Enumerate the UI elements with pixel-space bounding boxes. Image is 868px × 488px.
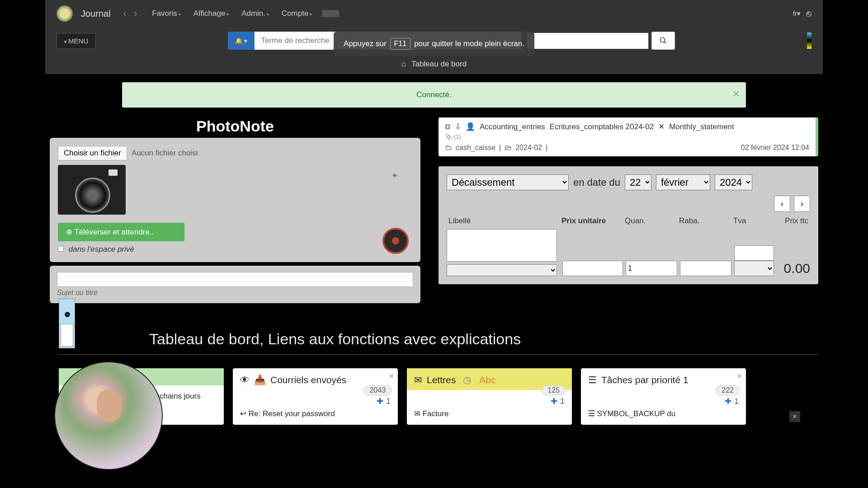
- entry-title-2: Ecritures_comptables 2024-02: [550, 122, 654, 131]
- svg-point-0: [660, 38, 665, 42]
- nav-next-icon[interactable]: ›: [130, 8, 141, 19]
- vat-input[interactable]: [734, 245, 774, 261]
- logout-icon[interactable]: ⎋: [806, 9, 811, 19]
- theme-toggle[interactable]: [322, 10, 339, 17]
- folder-open-icon: 🗁: [505, 144, 512, 152]
- lang-selector[interactable]: fr▾: [793, 9, 801, 18]
- entry-card[interactable]: ⧉ ⇩ 👤 Accounting_entries Ecritures_compt…: [439, 117, 818, 156]
- choose-file-button[interactable]: Choisir un fichier: [58, 146, 127, 160]
- search-icon: [659, 37, 667, 45]
- list-item[interactable]: SYMBOL_BACKUP du: [597, 409, 676, 418]
- card-title: Tâches par priorité 1: [601, 375, 689, 385]
- envelope-icon: ✉: [414, 409, 420, 418]
- vertical-slider[interactable]: [59, 299, 75, 348]
- count-badge: 125: [542, 385, 566, 395]
- nav-admin[interactable]: Admin.: [237, 6, 274, 21]
- vat-select[interactable]: [734, 261, 774, 276]
- private-label: dans l'espace privé: [69, 245, 134, 253]
- col-unit: Prix unitaire: [560, 215, 623, 227]
- count-badge: 222: [716, 385, 740, 395]
- connected-alert: Connecté. ×: [122, 82, 746, 108]
- photonote-title: PhotoNote: [50, 117, 420, 135]
- list-icon: ☰: [588, 375, 597, 385]
- camera-icon: [58, 165, 126, 215]
- eye-icon: 👁: [240, 375, 250, 385]
- folder-icon: 🗀: [445, 144, 452, 152]
- envelope-icon: ✉: [414, 375, 422, 385]
- plus-icon[interactable]: ✚: [551, 396, 557, 406]
- transaction-type-select[interactable]: Décaissement: [447, 174, 569, 190]
- card-courriels[interactable]: × 👁 📥 Courriels envoyés 2043 ✚1 ↩ Re: Re…: [233, 368, 398, 425]
- file-status: Aucun fichier choisi: [132, 149, 198, 157]
- user-icon: 👤: [466, 122, 475, 131]
- private-checkbox[interactable]: [58, 246, 64, 252]
- entry-period[interactable]: 2024-02: [515, 144, 542, 152]
- day-select[interactable]: 22: [625, 174, 651, 190]
- qty-input[interactable]: [626, 261, 677, 276]
- dismiss-button[interactable]: ×: [789, 411, 800, 422]
- label-input[interactable]: [447, 229, 557, 262]
- menu-button[interactable]: MENU: [57, 33, 96, 49]
- record-button[interactable]: [382, 228, 409, 254]
- count-badge: 2043: [363, 385, 392, 395]
- col-vat: Tva: [731, 215, 781, 227]
- card-lettres[interactable]: × ✉ Lettres ◷ Abc 125 ✚1 ✉ Facture: [407, 368, 572, 425]
- reply-icon: ↩: [240, 409, 246, 418]
- list-item[interactable]: Re: Reset your password: [249, 409, 335, 418]
- breadcrumb[interactable]: ⌂ Tableau de bord: [45, 54, 823, 74]
- nav-favoris[interactable]: Favoris: [147, 6, 185, 21]
- line-total: 0.00: [784, 261, 810, 276]
- cursor-icon: ⌖: [392, 171, 397, 180]
- label-select[interactable]: [447, 264, 557, 276]
- home-icon: ⌂: [401, 60, 406, 69]
- plus-icon[interactable]: ✚: [725, 396, 731, 406]
- download-icon[interactable]: ⇩: [455, 122, 461, 131]
- plus-icon[interactable]: ✚: [377, 396, 383, 406]
- card-title: Lettres: [427, 375, 456, 385]
- inbox-icon: 📥: [254, 375, 266, 385]
- copy-icon[interactable]: ⧉: [445, 122, 450, 131]
- subject-hint: Sujet ou titre: [57, 289, 413, 297]
- unit-price-input[interactable]: [562, 261, 623, 276]
- entry-folder[interactable]: cash_caisse: [456, 144, 495, 152]
- attach-icon: 📎: [445, 133, 452, 140]
- entry-date: 02 février 2024 12:04: [741, 144, 809, 152]
- nav-compte[interactable]: Compte: [277, 6, 316, 21]
- search-button[interactable]: [651, 32, 675, 50]
- tools-icon[interactable]: ✕: [658, 122, 665, 131]
- close-icon[interactable]: ×: [733, 87, 740, 101]
- discount-input[interactable]: [680, 261, 731, 276]
- nav-prev-icon[interactable]: ‹: [120, 8, 130, 19]
- svg-line-1: [665, 42, 666, 43]
- clock-icon: ◷: [463, 375, 471, 385]
- app-logo[interactable]: [57, 5, 73, 22]
- status-indicator: [807, 33, 811, 49]
- next-button[interactable]: ›: [794, 196, 810, 212]
- webcam-bubble[interactable]: [54, 361, 163, 470]
- list-item[interactable]: Facture: [423, 409, 449, 418]
- secondary-search-input[interactable]: [527, 33, 649, 49]
- month-select[interactable]: février: [656, 174, 710, 190]
- dashboard-title: Tableau de bord, Liens aux fonctions ave…: [149, 330, 818, 348]
- date-label: en date du: [573, 177, 620, 188]
- col-total: Prix ttc: [781, 215, 810, 227]
- prev-button[interactable]: ‹: [774, 196, 790, 212]
- fullscreen-hint: Appuyez sur F11 pour quitter le mode ple…: [334, 32, 534, 56]
- brand-label[interactable]: Journal: [81, 9, 111, 19]
- list-icon: ☰: [588, 409, 595, 418]
- notifications-button[interactable]: 🔔 ▾: [228, 32, 255, 50]
- upload-button[interactable]: Téléverser et attendre..: [58, 223, 184, 241]
- entry-title-3: Monthly_statement: [669, 122, 734, 131]
- col-label: Libellé: [447, 215, 560, 227]
- f11-key: F11: [390, 38, 411, 50]
- nav-affichage[interactable]: Affichage: [189, 6, 233, 21]
- breadcrumb-label: Tableau de bord: [411, 60, 467, 69]
- col-qty: Quan.: [623, 215, 677, 227]
- subject-input[interactable]: [57, 272, 413, 287]
- abc-label[interactable]: Abc: [479, 375, 495, 385]
- col-disc: Raba.: [677, 215, 731, 227]
- card-title: Courriels envoyés: [270, 375, 346, 385]
- entry-title-1: Accounting_entries: [480, 122, 545, 131]
- year-select[interactable]: 2024: [715, 174, 752, 190]
- card-taches[interactable]: × ☰ Tâches par priorité 1 222 ✚1 ☰ SYMBO…: [581, 368, 746, 425]
